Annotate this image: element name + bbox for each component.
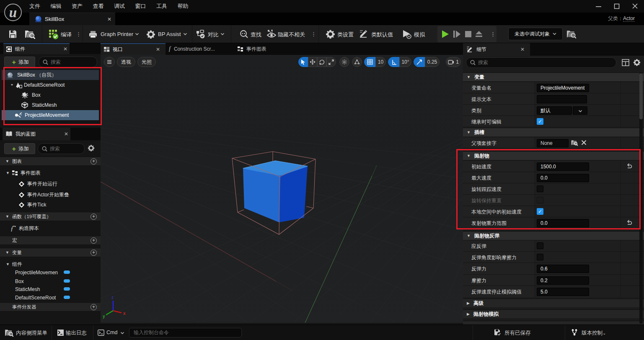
svg-text:u: u xyxy=(9,5,17,20)
svg-text:x: x xyxy=(123,311,126,316)
svg-text:y: y xyxy=(103,314,105,319)
svg-text:z: z xyxy=(111,295,114,300)
